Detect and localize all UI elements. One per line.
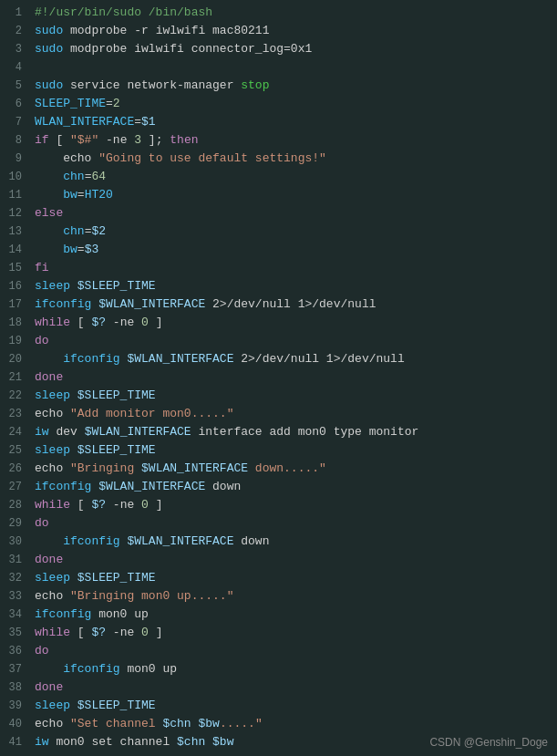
token: 0 [141,498,149,512]
line-content: while [ $? -ne 0 ] [29,496,557,513]
token: $SLEEP_TIME [77,443,156,457]
line: 13 chn=$2 [0,223,557,241]
token: HT20 [85,188,113,202]
token: while [35,498,70,512]
token: ] [149,498,163,512]
line-content: done [29,678,557,696]
token [35,243,63,256]
token: echo [35,461,70,475]
token: ]; [141,133,170,147]
token: $bw [198,717,219,730]
line-number: 14 [0,242,29,259]
token: = [134,115,141,129]
token: sleep [35,388,77,402]
line-number: 27 [0,479,29,496]
token: $1 [141,115,156,129]
token: WLAN_INTERFACE [35,115,134,129]
line-content: bw=$3 [29,241,557,258]
line: 2sudo modprobe -r iwlwifi mac80211 [0,22,557,40]
token: done [35,370,63,384]
token: 64 [91,170,106,183]
token [35,170,63,183]
line-content: sleep $SLEEP_TIME [29,697,557,714]
token: if [35,133,49,147]
line-number: 36 [0,643,29,660]
token: stop [241,78,269,92]
line: 28while [ $? -ne 0 ] [0,496,557,514]
token: "$#" [70,133,98,147]
token: -ne [106,498,141,512]
line: 15fi [0,259,557,277]
token: mon0 up [127,662,177,676]
line-number: 30 [0,533,29,551]
line-number: 28 [0,497,29,514]
token: echo [35,151,98,165]
token: [ [49,133,70,147]
token: interface add mon0 type monitor [191,425,419,439]
line-number: 3 [0,41,29,58]
line: 5sudo service network-manager stop [0,77,557,95]
line: 22sleep $SLEEP_TIME [0,387,557,405]
token: do [35,644,49,658]
line: 35while [ $? -ne 0 ] [0,624,557,642]
token: $2 [91,224,106,238]
line-number: 12 [0,205,29,223]
token: ] [149,626,163,639]
line-content: sleep $SLEEP_TIME [29,277,557,295]
token: echo [35,407,70,420]
line-number: 11 [0,187,29,204]
line: 17ifconfig $WLAN_INTERFACE 2>/dev/null 1… [0,295,557,314]
token: $WLAN_INTERFACE [85,425,191,439]
line-content: ifconfig $WLAN_INTERFACE 2>/dev/null 1>/… [29,295,557,313]
line: 37 ifconfig mon0 up [0,660,557,678]
line: 12else [0,204,557,223]
line-number: 19 [0,333,29,350]
line-number: 29 [0,515,29,533]
token: done [35,680,63,694]
line: 4 [0,58,557,77]
token: "Bringing mon0 up....." [70,589,233,603]
line-content: chn=$2 [29,223,557,240]
line-number: 39 [0,698,29,715]
line-content: sudo service network-manager stop [29,77,557,94]
line-number: 5 [0,78,29,95]
line-number: 38 [0,679,29,697]
line-content: bw=HT20 [29,186,557,203]
token: then [170,133,198,147]
token: fi [35,261,49,274]
token: -ne [106,316,141,329]
token: ifconfig [35,534,127,548]
line-content: ifconfig mon0 up [29,660,557,678]
token: [ [70,626,91,639]
line-content: echo "Going to use default settings!" [29,150,557,167]
token: $SLEEP_TIME [77,279,156,293]
line-number: 13 [0,223,29,241]
token: down....." [248,461,326,475]
token: chn [63,224,84,238]
line-content: fi [29,259,557,276]
line: 8if [ "$#" -ne 3 ]; then [0,131,557,150]
token: do [35,334,49,347]
line: 40echo "Set channel $chn $bw....." [0,715,557,733]
token: [ [70,498,91,512]
token: sudo [35,42,70,56]
token: #!/usr/bin/sudo /bin/bash [35,5,212,19]
line-content: echo "Bringing mon0 up....." [29,587,557,605]
line: 33echo "Bringing mon0 up....." [0,587,557,606]
line-content: ifconfig $WLAN_INTERFACE 2>/dev/null 1>/… [29,350,557,368]
code-editor: 1#!/usr/bin/sudo /bin/bash2sudo modprobe… [0,0,557,755]
token: $? [91,626,106,639]
line: 16sleep $SLEEP_TIME [0,277,557,295]
token: mon0 up [98,607,149,621]
line-number: 2 [0,23,29,40]
token: $bw [212,735,233,749]
token: [ [70,316,91,329]
line: 25sleep $SLEEP_TIME [0,441,557,460]
token: = [77,188,85,202]
line-content: sudo modprobe -r iwlwifi mac80211 [29,22,557,39]
line: 32sleep $SLEEP_TIME [0,569,557,587]
line: 3sudo modprobe iwlwifi connector_log=0x1 [0,40,557,58]
line: 18while [ $? -ne 0 ] [0,314,557,332]
line-number: 9 [0,150,29,168]
line-content: SLEEP_TIME=2 [29,95,557,112]
